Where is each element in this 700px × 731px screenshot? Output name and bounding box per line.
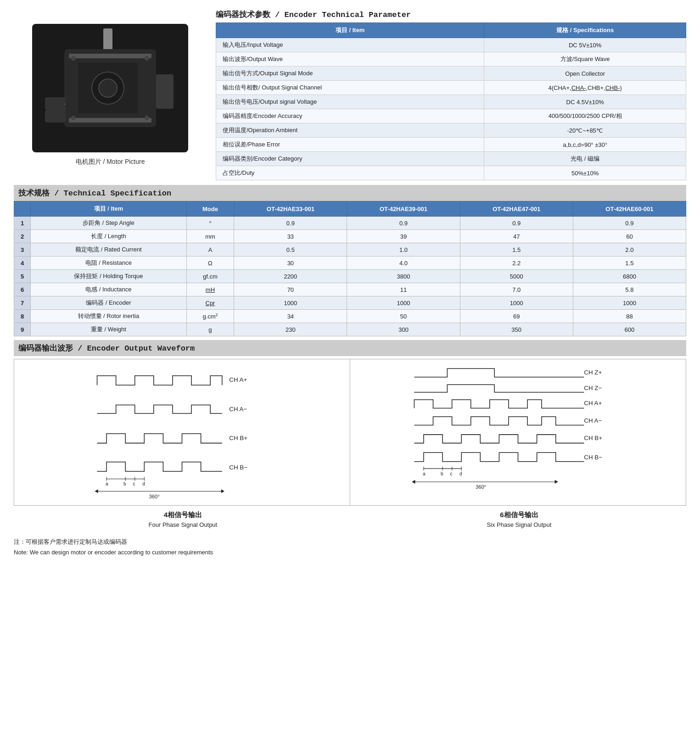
r-a-label: a bbox=[423, 471, 426, 476]
spec-cell: 长度 / Length bbox=[31, 230, 187, 243]
spec-cell: 1000 bbox=[347, 296, 460, 310]
waveform-title: 编码器输出波形 / Encoder Output Waveform bbox=[14, 340, 686, 356]
spec-cell: gf.cm bbox=[186, 270, 234, 283]
spec-table-row: 3额定电流 / Rated CurrentA0.51.01.52.0 bbox=[14, 243, 686, 257]
spec-cell: 2.0 bbox=[573, 243, 686, 257]
motor-cable bbox=[41, 109, 45, 129]
spec-cell: 69 bbox=[460, 310, 573, 323]
spec-col-33: OT-42HAE33-001 bbox=[234, 201, 347, 217]
spec-cell: Ω bbox=[186, 257, 234, 270]
spec-cell: A bbox=[186, 243, 234, 257]
r-chb-minus-wave bbox=[414, 452, 584, 462]
spec-cell: 电阻 / Resistance bbox=[31, 257, 187, 270]
encoder-col-spec: 规格 / Specifications bbox=[484, 23, 686, 38]
spec-cell: 步距角 / Step Angle bbox=[31, 217, 187, 230]
note-english: Note: We can design motor or encoder acc… bbox=[14, 547, 686, 558]
spec-cell: 3800 bbox=[347, 270, 460, 283]
r-cha-plus-label: CH A+ bbox=[584, 400, 602, 407]
spec-cell: mH bbox=[186, 283, 234, 296]
spec-cell: g.cm2 bbox=[186, 310, 234, 323]
spec-cell: 2.2 bbox=[460, 257, 573, 270]
spec-cell: 5 bbox=[14, 270, 31, 283]
r-360-arrow-left bbox=[412, 480, 415, 484]
r-d-label: d bbox=[459, 471, 462, 476]
spec-cell: 1000 bbox=[573, 296, 686, 310]
waveform-left-svg: CH A+ CH A− CH B+ CH B− a b c bbox=[23, 364, 341, 501]
b-label: b bbox=[123, 481, 126, 486]
chz-minus-label: CH Z− bbox=[584, 385, 602, 391]
spec-cell: 2200 bbox=[234, 270, 347, 283]
screw-tl bbox=[71, 56, 76, 61]
r-cha-minus-wave bbox=[414, 417, 584, 425]
chz-plus-label: CH Z+ bbox=[584, 369, 602, 376]
spec-col-47: OT-42HAE47-001 bbox=[460, 201, 573, 217]
spec-cell: mm bbox=[186, 230, 234, 243]
encoder-cell-item: 输入电压/Input Voltage bbox=[216, 38, 484, 52]
spec-table-row: 9重量 / Weightg230300350600 bbox=[14, 323, 686, 336]
r-chb-plus-wave bbox=[414, 435, 584, 443]
spec-cell: 4 bbox=[14, 257, 31, 270]
note-section: 注：可根据客户需求进行定制马达或编码器 Note: We can design … bbox=[14, 536, 686, 558]
encoder-table-row: 输出信号电压/Output signal VoltageDC 4.5V±10% bbox=[216, 95, 686, 109]
spec-cell: 1.5 bbox=[460, 243, 573, 257]
r-c-label: c bbox=[450, 471, 453, 476]
spec-cell: 600 bbox=[573, 323, 686, 336]
motor-inner-circle bbox=[99, 79, 117, 97]
spec-cell: g bbox=[186, 323, 234, 336]
encoder-cell-spec: 方波/Square Wave bbox=[484, 52, 686, 67]
encoder-cell-spec: 400/500/1000/2500 CPR/相 bbox=[484, 109, 686, 123]
spec-table-row: 4电阻 / ResistanceΩ304.02.21.5 bbox=[14, 257, 686, 270]
encoder-table-row: 输出信号相数/ Output Signal Channel4(CHA+,CHA-… bbox=[216, 81, 686, 95]
encoder-section: 编码器技术参数 / Encoder Technical Parameter 项目… bbox=[216, 9, 686, 180]
encoder-table-row: 输出信号方式/Output Signal ModeOpen Collector bbox=[216, 67, 686, 81]
spec-cell: 47 bbox=[460, 230, 573, 243]
encoder-cell-item: 相位误差/Phase Error bbox=[216, 138, 484, 152]
spec-cell: 70 bbox=[234, 283, 347, 296]
spec-cell: 1000 bbox=[460, 296, 573, 310]
waveform-cap-left: 4相信号输出 Four Phase Signal Output bbox=[149, 509, 218, 530]
waveform-captions: 4相信号输出 Four Phase Signal Output 6相信号输出 S… bbox=[14, 509, 686, 530]
encoder-col-item: 项目 / Item bbox=[216, 23, 484, 38]
spec-cell: 编码器 / Encoder bbox=[31, 296, 187, 310]
r-360-arrow-right bbox=[555, 480, 558, 484]
spec-table-row: 2长度 / Lengthmm33394760 bbox=[14, 230, 686, 243]
waveform-right-svg: CH Z+ CH Z− CH A+ CH A− CH B+ CH B− bbox=[359, 364, 677, 501]
waveform-cap-right-chinese: 6相信号输出 bbox=[487, 509, 551, 520]
waveform-right: CH Z+ CH Z− CH A+ CH A− CH B+ CH B− bbox=[350, 359, 686, 505]
chb-plus-wave bbox=[97, 434, 222, 443]
encoder-cell-item: 输出信号电压/Output signal Voltage bbox=[216, 95, 484, 109]
spec-cell: 3 bbox=[14, 243, 31, 257]
cha-minus-wave bbox=[97, 405, 222, 413]
encoder-table-row: 使用温度/Operation Ambient-20℃~+85℃ bbox=[216, 123, 686, 138]
360-arrow-left bbox=[95, 489, 98, 493]
360-label: 360° bbox=[149, 494, 160, 499]
spec-cell: 2 bbox=[14, 230, 31, 243]
spec-table-body: 1步距角 / Step Angle°0.90.90.90.92长度 / Leng… bbox=[14, 217, 686, 336]
spec-cell: 重量 / Weight bbox=[31, 323, 187, 336]
spec-cell: 88 bbox=[573, 310, 686, 323]
a-label: a bbox=[106, 481, 108, 486]
encoder-cell-item: 编码器类别/Encoder Category bbox=[216, 152, 484, 166]
spec-cell: 39 bbox=[347, 230, 460, 243]
spec-cell: 1 bbox=[14, 217, 31, 230]
encoder-table-row: 输入电压/Input VoltageDC 5V±10% bbox=[216, 38, 686, 52]
spec-cell: 5.8 bbox=[573, 283, 686, 296]
spec-table-row: 8转动惯量 / Rotor inertiag.cm234506988 bbox=[14, 310, 686, 323]
d-label: d bbox=[142, 481, 145, 486]
top-section: 电机图片 / Motor Picture 编码器技术参数 / Encoder T… bbox=[14, 9, 686, 180]
spec-col-mode: Mode bbox=[186, 201, 234, 217]
motor-encoder-svg bbox=[156, 74, 174, 109]
chz-minus-wave bbox=[414, 385, 584, 392]
spec-cell: 5000 bbox=[460, 270, 573, 283]
spec-cell: 8 bbox=[14, 310, 31, 323]
spec-col-num bbox=[14, 201, 31, 217]
waveform-cap-right: 6相信号输出 Six Phase Signal Output bbox=[487, 509, 551, 530]
spec-col-item: 项目 / Item bbox=[31, 201, 187, 217]
encoder-table-row: 相位误差/Phase Errora,b,c,d=90° ±30° bbox=[216, 138, 686, 152]
motor-shaft-svg bbox=[103, 28, 112, 51]
motor-image bbox=[32, 24, 188, 152]
spec-cell: 300 bbox=[347, 323, 460, 336]
spec-cell: 230 bbox=[234, 323, 347, 336]
spec-table-row: 6电感 / InductancemH70117.05.8 bbox=[14, 283, 686, 296]
spec-cell: 0.5 bbox=[234, 243, 347, 257]
